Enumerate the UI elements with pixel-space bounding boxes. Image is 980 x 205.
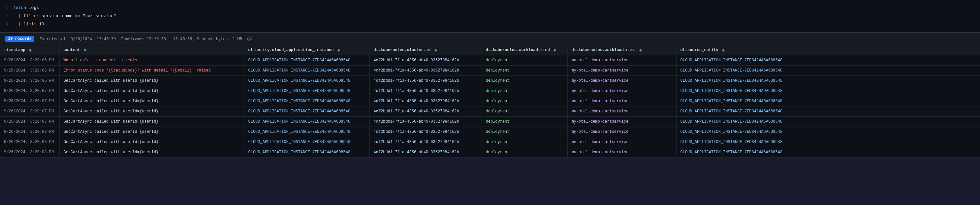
table-cell: 4df2bdd1-7f1a-4356-ab40-03527984162b [369,86,482,96]
code-token: == [75,14,80,19]
table-cell: GetCartAsync called with userId={userId} [59,147,244,157]
table-cell: my-otel-demo-cartservice [567,86,676,96]
table-row[interactable]: 9/26/2024, 3:20:07 PMGetCartAsync called… [0,106,980,117]
code-token: fetch [13,5,26,10]
table-cell: CLOUD_APPLICATION_INSTANCE-7ED8424A6A6D8… [244,76,369,86]
records-badge: 10 records [5,36,34,42]
line-content-3: | limit 10 [13,21,44,28]
table-row[interactable]: 9/26/2024, 3:20:07 PMGetCartAsync called… [0,117,980,127]
table-cell: CLOUD_APPLICATION_INSTANCE-7ED8424A6A6D8… [676,65,980,76]
table-cell: 9/26/2024, 3:20:08 PM [0,127,59,137]
table-cell: 9/26/2024, 3:20:07 PM [0,106,59,117]
table-header: timestamp content dt.entity.cloud_applic… [0,45,980,56]
table-cell: 4df2bdd1-7f1a-4356-ab40-03527984162b [369,76,482,86]
table-cell: deployment [482,147,567,157]
table-cell: deployment [482,106,567,117]
table-cell: CLOUD_APPLICATION_INSTANCE-7ED8424A6A6D8… [676,76,980,86]
table-cell: CLOUD_APPLICATION_INSTANCE-7ED8424A6A6D8… [676,137,980,147]
table-cell: Wasn't able to connect to redis [59,56,244,65]
code-token: filter [24,14,39,19]
table-cell: deployment [482,96,567,106]
table-cell: CLOUD_APPLICATION_INSTANCE-7ED8424A6A6D8… [244,117,369,127]
table-cell: my-otel-demo-cartservice [567,127,676,137]
col-header-content[interactable]: content [59,45,244,56]
table-cell: deployment [482,76,567,86]
table-cell: CLOUD_APPLICATION_INSTANCE-7ED8424A6A6D8… [244,106,369,117]
table-cell: CLOUD_APPLICATION_INSTANCE-7ED8424A6A6D8… [244,147,369,157]
table-row[interactable]: 9/26/2024, 3:20:06 PMError status code '… [0,65,980,76]
col-header-cluster[interactable]: dt.kubernetes.cluster.id [369,45,482,56]
table-cell: deployment [482,56,567,65]
table-cell: 9/26/2024, 3:20:08 PM [0,147,59,157]
status-bar: 10 records Executed at: 9/26/2024, 15:40… [0,33,980,45]
table-cell: 9/26/2024, 3:20:07 PM [0,96,59,106]
table-cell: deployment [482,137,567,147]
table-cell: CLOUD_APPLICATION_INSTANCE-7ED8424A6A6D8… [676,127,980,137]
table-cell: 9/26/2024, 3:20:06 PM [0,65,59,76]
table-cell: CLOUD_APPLICATION_INSTANCE-7ED8424A6A6D8… [244,65,369,76]
col-header-workload-name[interactable]: dt.kubernetes.workload.name [567,45,676,56]
header-row: timestamp content dt.entity.cloud_applic… [0,45,980,56]
table-cell: GetCartAsync called with userId={userId} [59,117,244,127]
table-cell: my-otel-demo-cartservice [567,147,676,157]
table-cell: 4df2bdd1-7f1a-4356-ab40-03527984162b [369,117,482,127]
code-line-3: 3 | limit 10 [0,21,980,29]
table-cell: GetCartAsync called with userId={userId} [59,76,244,86]
table-cell: 4df2bdd1-7f1a-4356-ab40-03527984162b [369,106,482,117]
status-text: Executed at: 9/26/2024, 15:40:39, Timefr… [40,37,242,41]
table-cell: GetCartAsync called with userId={userId} [59,86,244,96]
line-number-2: 2 [0,13,13,20]
table-cell: deployment [482,65,567,76]
sort-icon-source [722,49,725,52]
results-table: timestamp content dt.entity.cloud_applic… [0,45,980,157]
table-cell: 4df2bdd1-7f1a-4356-ab40-03527984162b [369,65,482,76]
info-icon[interactable]: i [247,37,252,41]
table-cell: CLOUD_APPLICATION_INSTANCE-7ED8424A6A6D8… [676,106,980,117]
table-cell: 9/26/2024, 3:20:06 PM [0,76,59,86]
table-cell: deployment [482,117,567,127]
table-cell: my-otel-demo-cartservice [567,117,676,127]
table-cell: Error status code '{StatusCode}' with de… [59,65,244,76]
line-content-2: | filter service.name == "cartservice" [13,13,116,20]
sort-icon-content [84,49,86,52]
results-table-container: timestamp content dt.entity.cloud_applic… [0,45,980,157]
table-cell: GetCartAsync called with userId={userId} [59,96,244,106]
table-cell: CLOUD_APPLICATION_INSTANCE-7ED8424A6A6D8… [244,127,369,137]
table-cell: CLOUD_APPLICATION_INSTANCE-7ED8424A6A6D8… [244,86,369,96]
table-cell: my-otel-demo-cartservice [567,76,676,86]
table-cell: GetCartAsync called with userId={userId} [59,137,244,147]
line-content-1: fetch logs [13,5,39,11]
table-row[interactable]: 9/26/2024, 3:20:08 PMGetCartAsync called… [0,147,980,157]
col-header-timestamp[interactable]: timestamp [0,45,59,56]
table-cell: 4df2bdd1-7f1a-4356-ab40-03527984162b [369,127,482,137]
table-cell: my-otel-demo-cartservice [567,96,676,106]
table-cell: 9/26/2024, 3:20:08 PM [0,137,59,147]
table-cell: 4df2bdd1-7f1a-4356-ab40-03527984162b [369,147,482,157]
code-token: logs [26,5,39,10]
table-row[interactable]: 9/26/2024, 3:20:07 PMGetCartAsync called… [0,86,980,96]
table-row[interactable]: 9/26/2024, 3:20:07 PMGetCartAsync called… [0,96,980,106]
code-editor[interactable]: 1fetch logs2 | filter service.name == "c… [0,0,980,33]
table-cell: my-otel-demo-cartservice [567,106,676,117]
table-cell: CLOUD_APPLICATION_INSTANCE-7ED8424A6A6D8… [676,117,980,127]
code-token: service.name [39,14,75,19]
col-header-source[interactable]: dt.source_entity [676,45,980,56]
code-token: | [13,14,24,19]
table-cell: 9/26/2024, 3:20:06 PM [0,56,59,65]
table-cell: 4df2bdd1-7f1a-4356-ab40-03527984162b [369,137,482,147]
table-row[interactable]: 9/26/2024, 3:20:08 PMGetCartAsync called… [0,137,980,147]
table-row[interactable]: 9/26/2024, 3:20:06 PMWasn't able to conn… [0,56,980,65]
table-cell: CLOUD_APPLICATION_INSTANCE-7ED8424A6A6D8… [676,147,980,157]
table-cell: CLOUD_APPLICATION_INSTANCE-7ED8424A6A6D8… [676,56,980,65]
table-row[interactable]: 9/26/2024, 3:20:06 PMGetCartAsync called… [0,76,980,86]
table-cell: my-otel-demo-cartservice [567,65,676,76]
table-cell: 9/26/2024, 3:20:07 PM [0,117,59,127]
code-line-1: 1fetch logs [0,4,980,12]
sort-icon-cloud-app [337,49,340,52]
code-token: "cartservice" [80,14,116,19]
table-row[interactable]: 9/26/2024, 3:20:08 PMGetCartAsync called… [0,127,980,137]
col-header-cloud-app[interactable]: dt.entity.cloud_application_instance [244,45,369,56]
col-header-workload-kind[interactable]: dt.kubernetes.workload.kind [482,45,567,56]
table-cell: 4df2bdd1-7f1a-4356-ab40-03527984162b [369,96,482,106]
table-cell: CLOUD_APPLICATION_INSTANCE-7ED8424A6A6D8… [676,86,980,96]
